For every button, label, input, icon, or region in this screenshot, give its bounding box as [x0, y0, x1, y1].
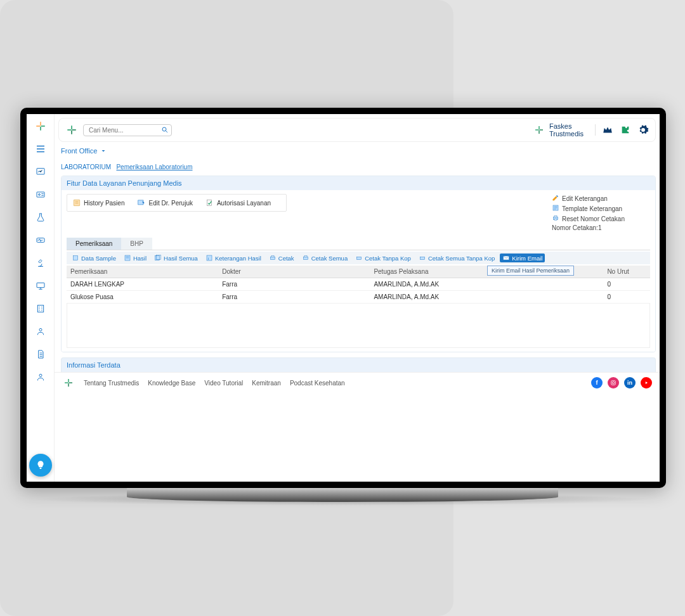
footer-link-podcast[interactable]: Podcast Kesehatan	[290, 380, 345, 387]
svg-point-2	[38, 194, 40, 196]
building-icon[interactable]	[34, 302, 48, 316]
heartbeat-icon[interactable]	[34, 233, 48, 247]
faskes-logo-icon	[533, 124, 545, 136]
dashboard-icon[interactable]	[34, 165, 48, 179]
monitor-stand	[127, 488, 558, 502]
breadcrumb-page[interactable]: Pemeriksaan Laboratorium	[116, 164, 192, 170]
breadcrumb-section[interactable]: LABORATORIUM	[61, 164, 111, 170]
svg-rect-4	[37, 283, 44, 287]
monitor-frame: Faskes Trustmedis	[20, 108, 666, 488]
print-icon	[269, 254, 277, 262]
print-nokop-icon	[355, 254, 363, 262]
tab-pemeriksaan[interactable]: Pemeriksaan	[67, 238, 121, 250]
footer-logo-icon	[62, 376, 75, 389]
youtube-icon[interactable]	[641, 377, 652, 388]
footer-link-tentang[interactable]: Tentang Trustmedis	[84, 380, 139, 387]
nomor-cetakan: Nomor Cetakan:1	[552, 224, 625, 231]
brand-logo	[65, 124, 78, 136]
email-icon	[502, 254, 510, 262]
svg-rect-5	[37, 305, 43, 312]
main-content: Faskes Trustmedis	[55, 114, 660, 482]
svg-text:i: i	[208, 257, 209, 260]
user-icon[interactable]	[34, 324, 48, 338]
svg-rect-16	[74, 256, 78, 260]
btn-template-keterangan[interactable]: Template Keterangan	[552, 204, 625, 213]
svg-rect-1	[37, 192, 44, 197]
footer-link-video[interactable]: Video Tutorial	[204, 380, 243, 387]
btn-edit-perujuk[interactable]: Edit Dr. Perujuk	[137, 198, 192, 207]
microscope-icon[interactable]	[34, 256, 48, 270]
flask-icon[interactable]	[34, 210, 48, 224]
table-row[interactable]: DARAH LENGKAP Farra AMARLINDA, A.Md.AK 0	[67, 278, 650, 291]
result-all-icon	[154, 254, 162, 262]
tbtn-cetak-semua-tanpa-kop[interactable]: Cetak Semua Tanpa Kop	[416, 253, 497, 262]
puzzle-icon[interactable]	[620, 124, 631, 136]
btn-edit-keterangan[interactable]: Edit Keterangan	[552, 194, 625, 203]
svg-rect-27	[420, 257, 424, 260]
svg-point-8	[162, 127, 166, 131]
crown-icon[interactable]	[602, 124, 613, 136]
svg-rect-29	[611, 381, 616, 385]
result-icon	[124, 254, 131, 262]
btn-reset-cetakan[interactable]: Reset Nomor Cetakan	[552, 214, 625, 223]
tbtn-hasil[interactable]: Hasil	[121, 253, 149, 262]
tbtn-keterangan-hasil[interactable]: iKeterangan Hasil	[203, 253, 264, 262]
faskes-line2: Trustmedis	[549, 130, 584, 138]
svg-rect-9	[74, 200, 79, 206]
svg-rect-22	[270, 257, 275, 260]
info-icon: i	[206, 254, 213, 262]
document-icon[interactable]	[34, 347, 48, 361]
card-icon	[72, 198, 81, 207]
hamburger-icon[interactable]	[34, 142, 48, 156]
edit-icon	[137, 198, 146, 207]
nav-front-office[interactable]: Front Office	[61, 147, 653, 155]
gear-icon[interactable]	[637, 124, 649, 136]
search-icon[interactable]	[161, 126, 169, 134]
print-all-icon	[302, 254, 310, 262]
search-input[interactable]	[83, 124, 172, 136]
panel-fitur: Fitur Data Layanan Penunjang Medis Histo…	[61, 176, 656, 352]
svg-rect-14	[554, 216, 557, 217]
tbtn-data-sample[interactable]: Data Sample	[69, 253, 119, 262]
printer-icon	[552, 214, 559, 223]
sidebar	[27, 114, 55, 482]
btn-history-pasien[interactable]: History Pasien	[72, 198, 124, 207]
breadcrumb: LABORATORIUM Pemeriksaan Laboratorium	[61, 164, 653, 170]
lightbulb-fab[interactable]	[29, 454, 52, 477]
template-icon	[552, 204, 559, 213]
tab-bhp[interactable]: BHP	[121, 238, 152, 250]
tbtn-hasil-semua[interactable]: Hasil Semua	[152, 253, 200, 262]
user2-icon[interactable]	[34, 370, 48, 384]
th-dokter[interactable]: Dokter	[218, 266, 370, 278]
pencil-icon	[552, 194, 559, 203]
svg-rect-15	[554, 219, 557, 221]
instagram-icon[interactable]	[608, 377, 619, 388]
tbtn-cetak-tanpa-kop[interactable]: Cetak Tanpa Kop	[353, 253, 414, 262]
print-all-nokop-icon	[419, 254, 426, 262]
svg-rect-10	[138, 200, 143, 205]
facebook-icon[interactable]: f	[591, 377, 603, 388]
table-row[interactable]: Glukose Puasa Farra AMARLINDA, A.Md.AK 0	[67, 291, 650, 304]
th-pemeriksaan[interactable]: Pemeriksaan	[67, 266, 218, 278]
tbtn-cetak-semua[interactable]: Cetak Semua	[299, 253, 351, 262]
tbtn-kirim-email[interactable]: Kirim Email	[500, 253, 545, 262]
brand-icon[interactable]	[34, 119, 48, 133]
linkedin-icon[interactable]: in	[624, 377, 636, 388]
search-box	[83, 124, 172, 136]
topbar: Faskes Trustmedis	[58, 118, 656, 142]
footer-link-kb[interactable]: Knowledge Base	[148, 380, 195, 387]
table-empty-space	[67, 304, 650, 348]
app-screen: Faskes Trustmedis	[27, 114, 660, 482]
panel-title: Fitur Data Layanan Penunjang Medis	[62, 176, 655, 190]
tbtn-cetak[interactable]: Cetak	[266, 253, 297, 262]
footer: Tentang Trustmedis Knowledge Base Video …	[55, 372, 660, 393]
btn-autorisasi[interactable]: Autorisasi Layanan	[206, 198, 271, 207]
check-doc-icon	[206, 198, 214, 207]
id-card-icon[interactable]	[34, 188, 48, 202]
panel-informasi-title: Informasi Terdata	[61, 357, 656, 372]
faskes-line1: Faskes	[549, 122, 584, 130]
footer-link-kemitraan[interactable]: Kemitraan	[252, 380, 281, 387]
th-no-urut[interactable]: No Urut	[603, 266, 650, 278]
monitor-icon[interactable]	[34, 279, 48, 293]
tooltip-kirim-email: Kirim Email Hasil Pemeriksaan	[487, 266, 574, 276]
